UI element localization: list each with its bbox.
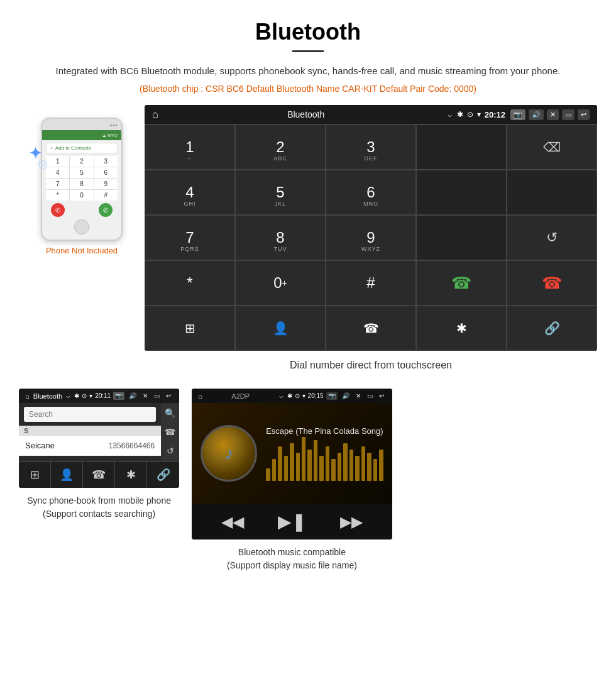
dial-key-star[interactable]: *: [145, 260, 235, 306]
phone-mini-key-7[interactable]: 7: [46, 179, 69, 189]
eq-bar: [326, 446, 329, 481]
contacts-search-icon[interactable]: 🔍: [165, 408, 175, 418]
eq-bar: [296, 453, 300, 481]
eq-bar: [331, 459, 335, 481]
camera-icon[interactable]: 📷: [510, 109, 525, 120]
contact-item-seicane[interactable]: Seicane 13566664466: [19, 436, 161, 456]
phone-mini-key-9[interactable]: 9: [94, 179, 118, 189]
contacts-close-icon[interactable]: ✕: [141, 392, 150, 400]
dial-key-5[interactable]: 5JKL: [235, 170, 326, 215]
phone-mini-key-5[interactable]: 5: [70, 167, 93, 178]
phone-dialpad-mini: 1 2 3 4 5 6 7 8 9 * 0 #: [46, 156, 118, 201]
dial-key-4[interactable]: 4GHI: [145, 170, 235, 215]
contacts-screen: ⌂ Bluetooth ⌵ ✱ ⊙ ▾ 20:11 📷 🔊 ✕ ▭ ↩: [19, 389, 179, 488]
eq-bar: [361, 446, 365, 481]
dial-backspace[interactable]: ⌫: [507, 124, 597, 170]
contacts-usb-icon: ⌵: [66, 392, 70, 400]
dial-key-0[interactable]: 0+: [235, 260, 326, 306]
phone-mini-key-6[interactable]: 6: [94, 167, 118, 178]
contacts-back-icon[interactable]: ↩: [164, 392, 173, 400]
dial-key-3[interactable]: 3DEF: [326, 124, 416, 170]
contacts-right-icons: 🔍 ☎ ↺: [161, 403, 179, 461]
phone-mini-key-hash[interactable]: #: [94, 190, 118, 201]
eq-bar: [290, 443, 294, 481]
music-close-icon[interactable]: ✕: [354, 392, 363, 400]
dial-empty-1: [416, 124, 507, 170]
contacts-list-column: S Seicane 13566664466: [19, 403, 161, 461]
contacts-dialpad-btn[interactable]: ⊞: [19, 462, 51, 488]
bluetooth-signal: ✦ ⦾: [28, 143, 47, 172]
back-icon[interactable]: ↩: [578, 109, 590, 120]
contacts-vol-icon[interactable]: 🔊: [127, 392, 138, 400]
contacts-bottom-bar: ⊞ 👤 ☎ ✱ 🔗: [19, 461, 179, 488]
phone-mini-key-star[interactable]: *: [46, 190, 69, 201]
phone-mini-key-0[interactable]: 0: [70, 190, 93, 201]
close-icon[interactable]: ✕: [547, 109, 559, 120]
music-win-icon[interactable]: ▭: [365, 392, 375, 400]
dial-key-7[interactable]: 7PQRS: [145, 215, 235, 260]
hangup-icon: ☎: [542, 274, 562, 293]
prev-track-btn[interactable]: ◀◀: [221, 513, 244, 531]
music-back-icon[interactable]: ↩: [377, 392, 386, 400]
contacts-link-btn[interactable]: 🔗: [147, 462, 179, 488]
phone-not-included-label: Phone Not Included: [46, 246, 118, 255]
contacts-cam-icon[interactable]: 📷: [113, 392, 124, 400]
album-bt-icon: ♪: [224, 443, 233, 463]
contacts-search-input[interactable]: [24, 407, 156, 422]
contacts-loc-icon: ⊙: [82, 392, 87, 399]
contacts-user-btn[interactable]: 👤: [51, 462, 83, 488]
phone-call-btn[interactable]: ✆: [99, 203, 113, 217]
next-track-btn[interactable]: ▶▶: [340, 513, 363, 531]
song-title: Escape (The Pina Colada Song): [266, 426, 383, 436]
contacts-bt-btn[interactable]: ✱: [115, 462, 147, 488]
contacts-call-btn[interactable]: ☎: [83, 462, 115, 488]
contacts-home-icon[interactable]: ⌂: [25, 392, 30, 400]
music-home-icon[interactable]: ⌂: [198, 392, 202, 400]
phone-home-btn[interactable]: [74, 219, 89, 235]
dial-key-2[interactable]: 2ABC: [235, 124, 326, 170]
call-icon: ☎: [451, 274, 471, 293]
screen-title: Bluetooth: [165, 109, 448, 119]
dialpad-icon-btn[interactable]: ⊞: [145, 306, 235, 351]
dial-key-8[interactable]: 8TUV: [235, 215, 326, 260]
eq-bar: [284, 456, 288, 481]
window-icon[interactable]: ▭: [562, 109, 575, 120]
dial-call-btn[interactable]: ☎: [416, 260, 507, 306]
settings-icon-btn[interactable]: 🔗: [507, 306, 597, 351]
dial-empty-2: [416, 170, 507, 215]
phone-mini-key-1[interactable]: 1: [46, 156, 69, 167]
page-title: Bluetooth: [0, 0, 616, 50]
dial-refresh-btn[interactable]: ↺: [507, 215, 597, 260]
phone-mini-key-3[interactable]: 3: [94, 156, 118, 167]
call-log-icon-btn[interactable]: ☎: [326, 306, 416, 351]
contacts-icon-btn[interactable]: 👤: [235, 306, 326, 351]
contacts-phone-icon[interactable]: ☎: [165, 427, 175, 437]
contacts-refresh-icon[interactable]: ↺: [167, 446, 174, 456]
contacts-win-icon[interactable]: ▭: [152, 392, 162, 400]
phone-end-call-btn[interactable]: ✆: [51, 203, 65, 217]
play-pause-btn[interactable]: ▶❚: [278, 511, 306, 532]
dial-key-hash[interactable]: #: [326, 260, 416, 306]
music-status-right: ✱ ⊙ ▾ 20:15 📷 🔊 ✕ ▭ ↩: [287, 392, 386, 400]
dial-hangup-btn[interactable]: ☎: [507, 260, 597, 306]
music-usb-icon: ⌵: [279, 392, 283, 400]
eq-bar: [355, 456, 359, 481]
dial-key-9[interactable]: 9WXYZ: [326, 215, 416, 260]
bluetooth-icon-btn[interactable]: ✱: [416, 306, 507, 351]
volume-icon[interactable]: 🔊: [529, 109, 544, 120]
music-cam-icon[interactable]: 📷: [326, 392, 338, 400]
home-icon[interactable]: ⌂: [152, 109, 158, 120]
contacts-screen-title: Bluetooth: [33, 392, 62, 400]
contacts-status-bar: ⌂ Bluetooth ⌵ ✱ ⊙ ▾ 20:11 📷 🔊 ✕ ▭ ↩: [19, 389, 179, 403]
dial-key-1[interactable]: 1⌿: [145, 124, 235, 170]
eq-bar: [367, 453, 371, 481]
phone-mini-key-2[interactable]: 2: [70, 156, 93, 167]
music-screen: ⌂ A2DP ⌵ ✱ ⊙ ▾ 20:15 📷 🔊 ✕ ▭ ↩ ♪: [192, 389, 392, 539]
main-screenshot-wrapper: ⌂ Bluetooth ⌵ ✱ ⊙ ▾ 20:12 📷 🔊 ✕ ▭ ↩: [145, 105, 597, 382]
phone-add-contact-btn[interactable]: +Add to Contacts: [46, 143, 118, 153]
dial-key-6[interactable]: 6MNO: [326, 170, 416, 215]
contacts-list: S Seicane 13566664466: [19, 426, 161, 456]
music-vol-icon[interactable]: 🔊: [340, 392, 351, 400]
phone-mini-key-8[interactable]: 8: [70, 179, 93, 189]
phone-mini-key-4[interactable]: 4: [46, 167, 69, 178]
